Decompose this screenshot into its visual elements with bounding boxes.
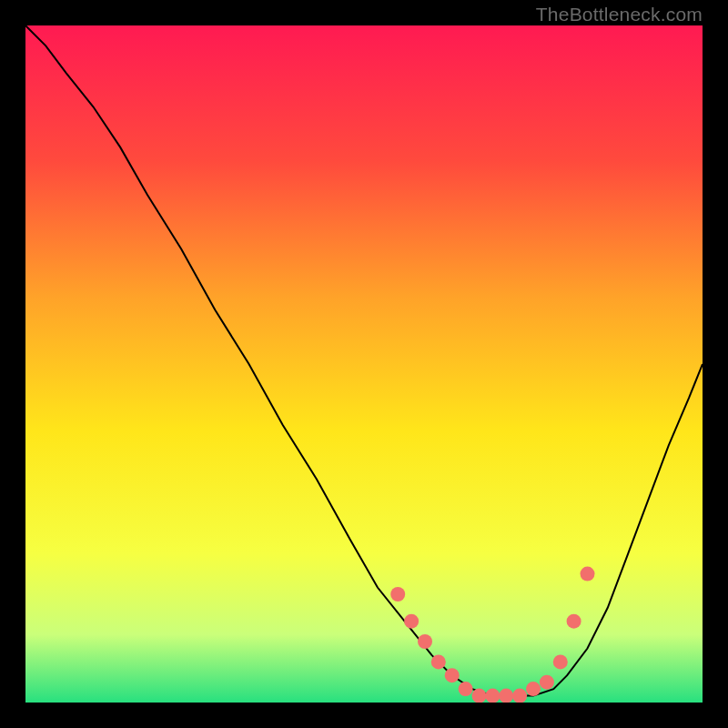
data-point (581, 567, 595, 581)
chart-frame (25, 25, 703, 703)
data-point (540, 675, 554, 690)
data-point (485, 689, 500, 703)
data-point (499, 689, 513, 703)
data-point (512, 689, 527, 703)
data-point (567, 614, 581, 629)
data-point (390, 587, 405, 602)
data-point (526, 682, 541, 696)
data-point (472, 689, 487, 703)
chart-background (25, 25, 703, 703)
data-point (553, 654, 568, 669)
data-point (431, 654, 446, 669)
watermark-text: TheBottleneck.com (536, 4, 703, 25)
bottleneck-chart (25, 25, 703, 703)
data-point (418, 634, 432, 649)
data-point (459, 682, 473, 696)
data-point (445, 668, 460, 682)
data-point (404, 614, 419, 629)
